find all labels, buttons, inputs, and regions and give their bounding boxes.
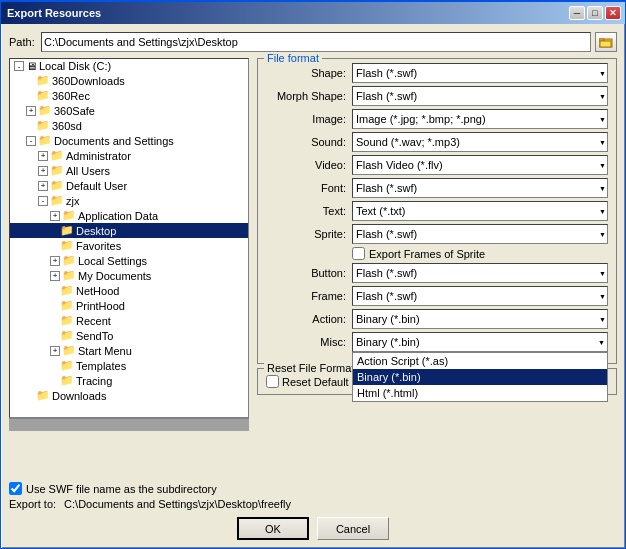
shape-select-wrapper: Flash (*.swf) — [352, 63, 608, 83]
misc-row: Misc: Binary (*.bin) Action Script (*.as… — [266, 332, 608, 352]
font-select[interactable]: Flash (*.swf) — [352, 178, 608, 198]
sound-label: Sound: — [266, 136, 346, 148]
action-row: Action: Binary (*.bin) — [266, 309, 608, 329]
sprite-row: Sprite: Flash (*.swf) — [266, 224, 608, 244]
path-label: Path: — [9, 36, 37, 48]
text-label: Text: — [266, 205, 346, 217]
misc-dropdown-list: Action Script (*.as) Binary (*.bin) Html… — [352, 352, 608, 402]
title-bar-buttons: ─ □ ✕ — [569, 6, 621, 20]
use-swf-row: Use SWF file name as the subdirectory — [9, 482, 617, 495]
use-swf-label: Use SWF file name as the subdirectory — [26, 483, 217, 495]
button-row: Button: Flash (*.swf) — [266, 263, 608, 283]
button-select[interactable]: Flash (*.swf) — [352, 263, 608, 283]
misc-option-html[interactable]: Html (*.html) — [353, 385, 607, 401]
bottom-area: Use SWF file name as the subdirectory Ex… — [9, 478, 617, 540]
expand-icon[interactable]: + — [50, 271, 60, 281]
expand-icon[interactable]: - — [26, 136, 36, 146]
misc-label: Misc: — [266, 336, 346, 348]
browse-folder-button[interactable] — [595, 32, 617, 52]
export-frames-row: Export Frames of Sprite — [352, 247, 608, 260]
path-input[interactable] — [41, 32, 591, 52]
list-item[interactable]: 📁 PrintHood — [10, 298, 248, 313]
expand-icon[interactable]: - — [38, 196, 48, 206]
frame-select[interactable]: Flash (*.swf) — [352, 286, 608, 306]
list-item[interactable]: + 📁 Administrator — [10, 148, 248, 163]
frame-select-wrapper: Flash (*.swf) — [352, 286, 608, 306]
expand-icon[interactable]: - — [14, 61, 24, 71]
file-format-group-title: File format — [264, 52, 322, 64]
font-label: Font: — [266, 182, 346, 194]
ok-cancel-row: OK Cancel — [9, 517, 617, 540]
list-item[interactable]: + 📁 Local Settings — [10, 253, 248, 268]
list-item[interactable]: 📁 360Rec — [10, 88, 248, 103]
sound-select[interactable]: Sound (*.wav; *.mp3) — [352, 132, 608, 152]
list-item[interactable]: + 📁 Default User — [10, 178, 248, 193]
list-item[interactable]: 📁 Downloads — [10, 388, 248, 403]
ok-button[interactable]: OK — [237, 517, 309, 540]
misc-option-binary[interactable]: Binary (*.bin) — [353, 369, 607, 385]
list-item[interactable]: 📁 NetHood — [10, 283, 248, 298]
list-item[interactable]: + 📁 Start Menu — [10, 343, 248, 358]
export-to-label: Export to: — [9, 498, 56, 510]
list-item[interactable]: - 🖥 Local Disk (C:) — [10, 59, 248, 73]
image-row: Image: Image (*.jpg; *.bmp; *.png) — [266, 109, 608, 129]
cancel-button[interactable]: Cancel — [317, 517, 389, 540]
sprite-select-wrapper: Flash (*.swf) — [352, 224, 608, 244]
export-to-path: C:\Documents and Settings\zjx\Desktop\fr… — [64, 498, 291, 510]
video-select[interactable]: Flash Video (*.flv) — [352, 155, 608, 175]
list-item[interactable]: 📁 Templates — [10, 358, 248, 373]
file-format-group: File format Shape: Flash (*.swf) Morph S… — [257, 58, 617, 364]
font-select-wrapper: Flash (*.swf) — [352, 178, 608, 198]
reset-default-label: Reset Default — [282, 376, 349, 388]
video-select-wrapper: Flash Video (*.flv) — [352, 155, 608, 175]
reset-default-checkbox[interactable] — [266, 375, 279, 388]
maximize-button[interactable]: □ — [587, 6, 603, 20]
expand-icon[interactable]: + — [38, 166, 48, 176]
expand-icon[interactable]: + — [26, 106, 36, 116]
morph-shape-select[interactable]: Flash (*.swf) — [352, 86, 608, 106]
list-item[interactable]: + 📁 All Users — [10, 163, 248, 178]
shape-select[interactable]: Flash (*.swf) — [352, 63, 608, 83]
button-label: Button: — [266, 267, 346, 279]
expand-icon[interactable]: + — [38, 181, 48, 191]
reset-default-item: Reset Default — [266, 375, 349, 388]
list-item[interactable]: + 📁 My Documents — [10, 268, 248, 283]
list-item[interactable]: 📁 360sd — [10, 118, 248, 133]
list-item[interactable]: 📁 Favorites — [10, 238, 248, 253]
expand-icon[interactable]: + — [38, 151, 48, 161]
image-select[interactable]: Image (*.jpg; *.bmp; *.png) — [352, 109, 608, 129]
folder-tree[interactable]: - 🖥 Local Disk (C:) 📁 360Downloads 📁 360… — [9, 58, 249, 418]
horizontal-scrollbar[interactable] — [9, 418, 249, 430]
export-frames-checkbox[interactable] — [352, 247, 365, 260]
expand-icon[interactable]: + — [50, 346, 60, 356]
image-label: Image: — [266, 113, 346, 125]
expand-icon[interactable]: + — [50, 256, 60, 266]
text-select[interactable]: Text (*.txt) — [352, 201, 608, 221]
video-row: Video: Flash Video (*.flv) — [266, 155, 608, 175]
misc-option-action-script[interactable]: Action Script (*.as) — [353, 353, 607, 369]
misc-dropdown-selected[interactable]: Binary (*.bin) — [352, 332, 608, 352]
minimize-button[interactable]: ─ — [569, 6, 585, 20]
use-swf-filename-checkbox[interactable] — [9, 482, 22, 495]
list-item[interactable]: 📁 Desktop — [10, 223, 248, 238]
list-item[interactable]: 📁 SendTo — [10, 328, 248, 343]
sprite-select[interactable]: Flash (*.swf) — [352, 224, 608, 244]
action-select[interactable]: Binary (*.bin) — [352, 309, 608, 329]
list-item[interactable]: - 📁 zjx — [10, 193, 248, 208]
export-frames-label: Export Frames of Sprite — [369, 248, 485, 260]
action-select-wrapper: Binary (*.bin) — [352, 309, 608, 329]
export-to-row: Export to: C:\Documents and Settings\zjx… — [9, 498, 617, 510]
list-item[interactable]: 📁 Tracing — [10, 373, 248, 388]
morph-shape-label: Morph Shape: — [266, 90, 346, 102]
list-item[interactable]: 📁 360Downloads — [10, 73, 248, 88]
font-row: Font: Flash (*.swf) — [266, 178, 608, 198]
expand-icon[interactable]: + — [50, 211, 60, 221]
list-item[interactable]: + 📁 Application Data — [10, 208, 248, 223]
list-item[interactable]: 📁 Recent — [10, 313, 248, 328]
main-area: - 🖥 Local Disk (C:) 📁 360Downloads 📁 360… — [9, 58, 617, 472]
list-item[interactable]: - 📁 Documents and Settings — [10, 133, 248, 148]
list-item[interactable]: + 📁 360Safe — [10, 103, 248, 118]
sprite-label: Sprite: — [266, 228, 346, 240]
close-button[interactable]: ✕ — [605, 6, 621, 20]
text-select-wrapper: Text (*.txt) — [352, 201, 608, 221]
